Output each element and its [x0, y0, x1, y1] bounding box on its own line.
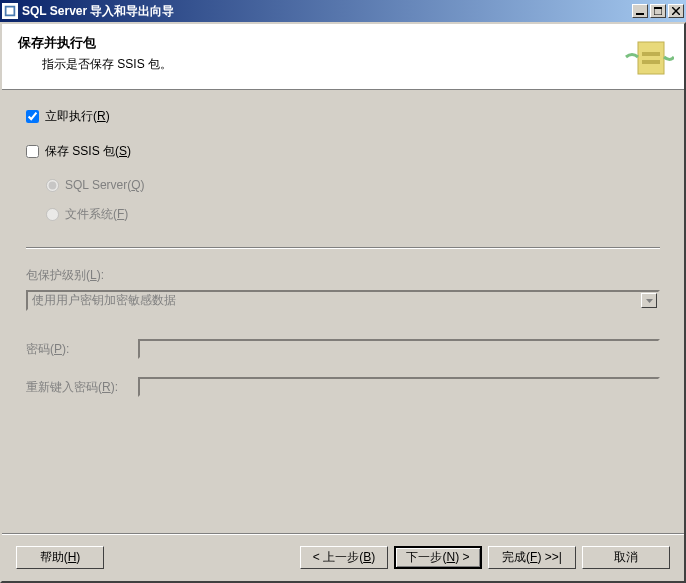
divider	[26, 247, 660, 249]
close-button[interactable]	[668, 4, 684, 18]
titlebar: SQL Server 导入和导出向导	[0, 0, 686, 22]
run-now-checkbox[interactable]	[26, 110, 39, 123]
save-ssis-row: 保存 SSIS 包(S)	[26, 143, 660, 160]
svg-rect-1	[7, 8, 14, 15]
protection-select-wrap: 使用用户密钥加密敏感数据	[26, 290, 660, 311]
back-button[interactable]: < 上一步(B)	[300, 546, 388, 569]
footer-right: < 上一步(B) 下一步(N) > 完成(F) >>| 取消	[300, 546, 670, 569]
svg-rect-7	[638, 42, 664, 74]
maximize-button[interactable]	[650, 4, 666, 18]
help-button[interactable]: 帮助(H)	[16, 546, 104, 569]
file-system-radio	[46, 208, 59, 221]
header-text: 保存并执行包 指示是否保存 SSIS 包。	[18, 34, 668, 73]
dropdown-arrow-icon	[641, 293, 657, 308]
sql-server-radio	[46, 179, 59, 192]
password-row: 密码(P):	[26, 339, 660, 359]
retype-password-input	[138, 377, 660, 397]
retype-password-label: 重新键入密码(R):	[26, 379, 138, 396]
content-area: 立即执行(R) 保存 SSIS 包(S) SQL Server(Q) 文件系统(…	[2, 90, 684, 533]
protection-level-value: 使用用户密钥加密敏感数据	[32, 292, 176, 309]
wizard-footer: 帮助(H) < 上一步(B) 下一步(N) > 完成(F) >>| 取消	[2, 533, 684, 581]
window-title: SQL Server 导入和导出向导	[22, 3, 632, 20]
wizard-icon	[624, 32, 674, 82]
app-icon	[2, 3, 18, 19]
page-title: 保存并执行包	[18, 34, 668, 52]
sql-server-row: SQL Server(Q)	[46, 178, 660, 192]
save-target-group: SQL Server(Q) 文件系统(F)	[26, 178, 660, 223]
file-system-label: 文件系统(F)	[65, 206, 128, 223]
protection-level-label: 包保护级别(L):	[26, 267, 660, 284]
run-now-row: 立即执行(R)	[26, 108, 660, 125]
finish-button[interactable]: 完成(F) >>|	[488, 546, 576, 569]
svg-rect-4	[654, 7, 662, 9]
protection-level-select: 使用用户密钥加密敏感数据	[26, 290, 660, 311]
cancel-button[interactable]: 取消	[582, 546, 670, 569]
svg-rect-8	[642, 52, 660, 56]
footer-left: 帮助(H)	[16, 546, 104, 569]
svg-rect-9	[642, 60, 660, 64]
sql-server-label: SQL Server(Q)	[65, 178, 145, 192]
window-controls	[632, 4, 684, 18]
file-system-row: 文件系统(F)	[46, 206, 660, 223]
svg-rect-2	[636, 13, 644, 15]
password-label: 密码(P):	[26, 341, 138, 358]
save-ssis-label[interactable]: 保存 SSIS 包(S)	[45, 143, 131, 160]
password-input	[138, 339, 660, 359]
page-subtitle: 指示是否保存 SSIS 包。	[18, 56, 668, 73]
wizard-header: 保存并执行包 指示是否保存 SSIS 包。	[2, 24, 684, 90]
run-now-label[interactable]: 立即执行(R)	[45, 108, 110, 125]
retype-password-row: 重新键入密码(R):	[26, 377, 660, 397]
window-body: 保存并执行包 指示是否保存 SSIS 包。 立即执行(R) 保存 SSIS 包(…	[0, 22, 686, 583]
next-button[interactable]: 下一步(N) >	[394, 546, 482, 569]
save-ssis-checkbox[interactable]	[26, 145, 39, 158]
minimize-button[interactable]	[632, 4, 648, 18]
